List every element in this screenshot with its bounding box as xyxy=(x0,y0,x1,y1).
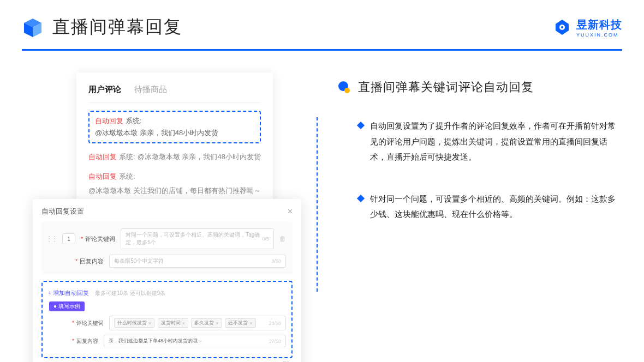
tab-user-comments[interactable]: 用户评论 xyxy=(88,85,121,95)
example-keyword-input[interactable]: 什么时候发货× 发货时间× 多久发货× 还不发货× 20/50 xyxy=(109,316,286,330)
close-icon[interactable]: × xyxy=(288,207,293,216)
section-bullet-icon xyxy=(338,81,350,93)
rule-number: 1 xyxy=(62,233,75,244)
trash-icon[interactable]: 🗑 xyxy=(279,235,286,243)
settings-title: 自动回复设置 xyxy=(41,207,84,216)
tag-chip-1[interactable]: 什么时候发货× xyxy=(114,318,154,328)
example-tag: ● 填写示例 xyxy=(49,301,85,311)
example-content-input[interactable]: 亲，我们这边都是下单48小时内发货的哦～ 37/50 xyxy=(104,335,286,347)
cube-icon xyxy=(22,16,44,38)
brand-subtitle: YUUXIN.COM xyxy=(576,32,622,38)
content-label: 回复内容 xyxy=(75,257,104,266)
svg-point-4 xyxy=(561,26,563,28)
brand-icon xyxy=(553,19,571,36)
connector-line xyxy=(317,117,318,292)
example-content-label: 回复内容 xyxy=(72,337,98,345)
auto-reply-settings-card: 自动回复设置 × ⋮⋮ 1 评论关键词 对同一个问题，可设置多个相近、高频的关键… xyxy=(33,199,301,362)
comment-line-2: 自动回复 系统: @冰墩墩本墩 亲亲，我们48小时内发货 xyxy=(88,151,261,163)
brand-logo: 昱新科技 YUUXIN.COM xyxy=(553,17,622,38)
keyword-label: 评论关键词 xyxy=(81,235,115,243)
auto-reply-tag: 自动回复 xyxy=(95,116,123,126)
system-label: 系统: xyxy=(126,116,142,126)
tag-chip-3[interactable]: 多久发货× xyxy=(191,318,222,328)
comments-card: 用户评论 待播商品 自动回复 系统: @冰墩墩本墩 亲亲，我们48小时内发货 自… xyxy=(76,73,273,210)
bullet-2: 针对同一个问题，可设置多个相近的、高频的关键词。例如：这款多少钱、这块能优惠吗、… xyxy=(358,191,622,222)
section-title: 直播间弹幕关键词评论自动回复 xyxy=(358,79,534,95)
tag-chip-4[interactable]: 还不发货× xyxy=(225,318,255,328)
example-keyword-label: 评论关键词 xyxy=(72,319,104,327)
tab-pending-goods[interactable]: 待播商品 xyxy=(134,85,167,95)
add-hint: 最多可建10条 还可以创建9条 xyxy=(95,290,165,296)
bullet-1: 自动回复设置为了提升作者的评论回复效率，作者可在开播前针对常见的评论用户问题，提… xyxy=(358,118,622,165)
brand-name: 昱新科技 xyxy=(576,19,622,31)
diamond-icon xyxy=(357,122,365,129)
comment-line-3: 自动回复 系统: @冰墩墩本墩 关注我们的店铺，每日都有热门推荐呦～ xyxy=(88,171,261,197)
example-highlight-box: + 增加自动回复 最多可建10条 还可以创建9条 ● 填写示例 评论关键词 什么… xyxy=(41,281,293,358)
page-title: 直播间弹幕回复 xyxy=(52,15,182,39)
keyword-input[interactable]: 对同一个问题，可设置多个相近、高频的关键词，Tag确定，最多5个 0/5 xyxy=(121,228,274,249)
highlighted-comment: 自动回复 系统: @冰墩墩本墩 亲亲，我们48小时内发货 xyxy=(88,111,261,143)
comment-text: @冰墩墩本墩 亲亲，我们48小时内发货 xyxy=(95,128,218,138)
add-auto-reply-link[interactable]: + 增加自动回复 xyxy=(48,289,89,296)
diamond-icon xyxy=(357,194,365,202)
tag-chip-2[interactable]: 发货时间× xyxy=(158,318,188,328)
content-input[interactable]: 每条限50个中文字符 0/50 xyxy=(109,255,286,268)
drag-handle-icon[interactable]: ⋮⋮ xyxy=(46,235,57,243)
